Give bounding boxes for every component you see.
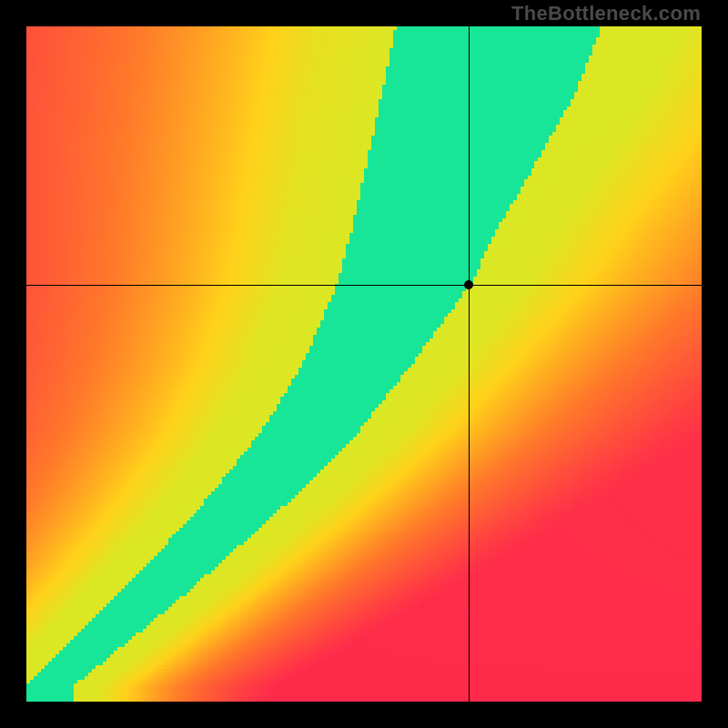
- chart-frame: TheBottleneck.com: [0, 0, 728, 728]
- crosshair-vertical: [469, 26, 470, 702]
- crosshair-horizontal: [26, 285, 702, 286]
- watermark-text: TheBottleneck.com: [511, 2, 701, 25]
- crosshair-marker: [464, 280, 473, 289]
- heatmap-plot: [26, 26, 702, 702]
- heatmap-canvas: [26, 26, 702, 702]
